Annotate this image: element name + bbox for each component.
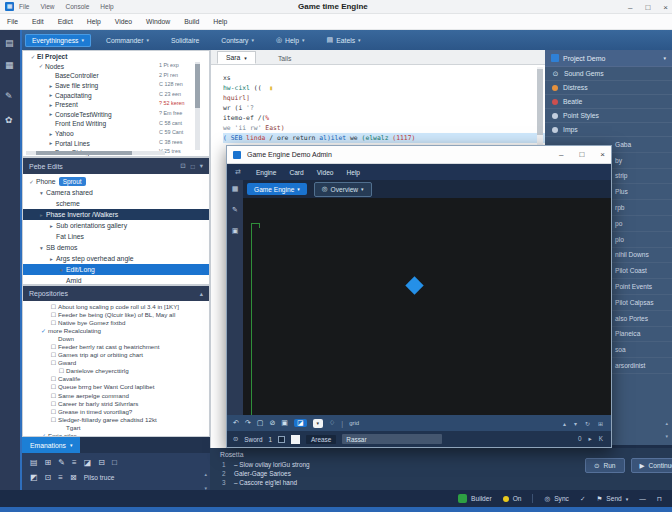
tree-row[interactable]: Fat Lines bbox=[23, 231, 209, 242]
tree-row-active[interactable]: ●Edit/Long bbox=[23, 264, 209, 275]
expand-icon[interactable]: ▸ bbox=[47, 223, 56, 229]
toolbar-dropdown-everythingness[interactable]: Everythingness▾ bbox=[25, 34, 91, 47]
expand-icon[interactable]: ▸ bbox=[47, 111, 55, 117]
checkbox-icon[interactable]: ☐ bbox=[49, 375, 58, 382]
checkbox-icon[interactable]: ☐ bbox=[49, 383, 58, 390]
tool-icon[interactable]: ▦ bbox=[232, 185, 239, 193]
edit-tool-icon[interactable]: ↷ bbox=[245, 419, 251, 427]
game-window-titlebar[interactable]: Game Engine Demo Admin – □ × bbox=[227, 146, 611, 164]
tool-icon[interactable]: ◩ bbox=[30, 473, 38, 482]
output-row[interactable]: 3– Cascore eig'lel hand bbox=[210, 478, 672, 487]
mode-dropdown[interactable]: Game Engine▾ bbox=[247, 183, 307, 195]
menu-item[interactable]: Card bbox=[289, 169, 303, 176]
view-control-icon[interactable]: ↻ bbox=[585, 420, 590, 427]
status-on[interactable]: On bbox=[503, 495, 522, 502]
tree-row[interactable]: ▸Sub orientations gallery bbox=[23, 220, 209, 231]
grid-icon[interactable]: ▦ bbox=[5, 60, 14, 70]
tool-icon[interactable]: ✎ bbox=[58, 458, 65, 467]
edit-tool-icon[interactable]: ⊘ bbox=[269, 419, 275, 427]
toolbar-dropdown-contsary[interactable]: Contsary▾ bbox=[214, 34, 261, 47]
tool-icon[interactable]: ⊠ bbox=[70, 473, 77, 482]
menu-item[interactable]: Help bbox=[346, 169, 360, 176]
checkbox-icon[interactable]: ☐ bbox=[49, 311, 58, 318]
sidebar-item-distress[interactable]: Distress bbox=[545, 81, 672, 95]
checkbox-icon[interactable]: ✓ bbox=[29, 54, 37, 60]
status-sync[interactable]: ◎Sync bbox=[544, 495, 568, 503]
tree-row[interactable]: ▾SB demos bbox=[23, 242, 209, 253]
close-button[interactable]: × bbox=[663, 3, 668, 12]
tool-icon[interactable]: ◪ bbox=[84, 458, 92, 467]
check-item[interactable]: ☐About long scaling p code roll ul 3.4 i… bbox=[23, 302, 209, 310]
tree-row[interactable]: ▾Camera shared bbox=[23, 187, 209, 198]
chevron-icon[interactable]: ▴ bbox=[204, 471, 207, 477]
expand-icon[interactable]: ▸ bbox=[47, 92, 55, 98]
toolbar-dropdown-help[interactable]: ◎ Help▾ bbox=[269, 33, 312, 47]
check-item[interactable]: ☐Same aerpelge command bbox=[23, 391, 209, 399]
view-control-icon[interactable]: ▾ bbox=[574, 420, 577, 427]
3d-viewport[interactable] bbox=[243, 198, 611, 415]
tree-row[interactable]: ▸Args step overhead angle bbox=[23, 253, 209, 264]
layout-icon[interactable]: ▤ bbox=[5, 38, 14, 48]
tree-row-selected[interactable]: ▸Phase Invertor /Walkers bbox=[23, 209, 209, 220]
collapse-icon[interactable]: ▾ bbox=[37, 245, 46, 251]
menu-item[interactable]: Help bbox=[213, 18, 227, 25]
color-swatch[interactable] bbox=[291, 435, 300, 444]
tool-icon[interactable]: ⊞ bbox=[45, 458, 52, 467]
edit-tool-icon[interactable]: ↶ bbox=[233, 419, 239, 427]
close-button[interactable]: × bbox=[600, 150, 605, 159]
tree-row[interactable]: Amid bbox=[23, 275, 209, 285]
edit-tool-icon[interactable]: ▢ bbox=[257, 419, 264, 427]
tool-icon[interactable]: ⊟ bbox=[98, 458, 105, 467]
horizontal-scrollbar[interactable] bbox=[26, 151, 165, 155]
check-item[interactable]: ☐Career br barly strid Silvrrlars bbox=[23, 399, 209, 407]
expand-icon[interactable]: ▸ bbox=[47, 256, 56, 262]
titlebar-menu-item[interactable]: View bbox=[40, 3, 54, 10]
chevron-down-icon[interactable]: ▾ bbox=[663, 55, 666, 61]
menu-item[interactable]: Edit bbox=[32, 18, 44, 25]
selected-code-line[interactable]: ( SEB linda / ore return al)ilet we (elw… bbox=[223, 133, 545, 143]
menu-item[interactable]: Help bbox=[87, 18, 101, 25]
scrollbar-thumb[interactable] bbox=[36, 151, 132, 155]
tool-dropdown[interactable]: ▾ bbox=[313, 419, 324, 428]
check-item[interactable]: ☐Gward bbox=[23, 359, 209, 367]
scrollbar-thumb[interactable] bbox=[537, 69, 543, 135]
continue-button[interactable]: ▶Continue bbox=[631, 458, 672, 473]
status-builder[interactable]: Builder bbox=[458, 494, 492, 503]
minimize-button[interactable]: – bbox=[628, 3, 632, 12]
checkbox-icon[interactable]: ☐ bbox=[49, 400, 58, 407]
code-area[interactable]: xs hw-cixl (( ▮ hquirl] wr (i '? itemo-e… bbox=[211, 65, 545, 143]
tool-icon[interactable]: ≡ bbox=[58, 473, 63, 482]
expand-icon[interactable]: ▸ bbox=[47, 83, 55, 89]
menu-item[interactable]: Video bbox=[115, 18, 132, 25]
titlebar-menu-item[interactable]: Help bbox=[100, 3, 113, 10]
view-control-icon[interactable]: ⊞ bbox=[598, 420, 603, 427]
checkbox-icon[interactable]: ☐ bbox=[49, 392, 58, 399]
edit-tool-icon[interactable]: ▣ bbox=[281, 419, 288, 427]
check-item[interactable]: ☐Sledger-ftiliardy garee chadtisd 12kt bbox=[23, 415, 209, 423]
vertical-scrollbar[interactable] bbox=[195, 62, 200, 150]
expand-icon[interactable]: ▸ bbox=[47, 140, 55, 146]
run-button[interactable]: ⊙Run bbox=[585, 458, 625, 473]
tree-row[interactable]: scheme bbox=[23, 198, 209, 209]
flower-icon[interactable]: ✿ bbox=[5, 115, 13, 125]
check-item[interactable]: ☐Feeder be being (Qlcuir like) of BL, Ma… bbox=[23, 310, 209, 318]
check-item[interactable]: ☐Feeder berrly rat cast g heatrichment bbox=[23, 342, 209, 350]
status-send[interactable]: ⚑Send▾ bbox=[596, 495, 628, 503]
tree-root[interactable]: ✓El Project bbox=[23, 52, 209, 62]
checkbox-icon[interactable]: ☐ bbox=[49, 319, 58, 326]
status-icon[interactable]: ▸ bbox=[589, 435, 592, 443]
active-tool-icon[interactable]: ◪ bbox=[294, 419, 307, 427]
menu-item[interactable]: File bbox=[7, 18, 18, 25]
check-item[interactable]: ☐Danielove cheyercttirlg bbox=[23, 367, 209, 375]
blue-diamond-object[interactable] bbox=[405, 276, 423, 294]
titlebar-menu-item[interactable]: File bbox=[19, 3, 29, 10]
sidebar-item-imps[interactable]: Imps bbox=[545, 123, 672, 137]
collapse-icon[interactable]: ▾ bbox=[37, 190, 46, 196]
tool-icon[interactable]: ✎ bbox=[232, 206, 238, 214]
checkbox-icon[interactable]: ☐ bbox=[49, 303, 58, 310]
tab-sara[interactable]: Sara▾ bbox=[217, 51, 256, 64]
checkbox[interactable] bbox=[278, 436, 285, 443]
check-item[interactable]: ☐Grease in timed vorortliag? bbox=[23, 407, 209, 415]
checkbox-icon[interactable]: ☐ bbox=[49, 343, 58, 350]
tool-icon[interactable]: □ bbox=[112, 458, 117, 467]
